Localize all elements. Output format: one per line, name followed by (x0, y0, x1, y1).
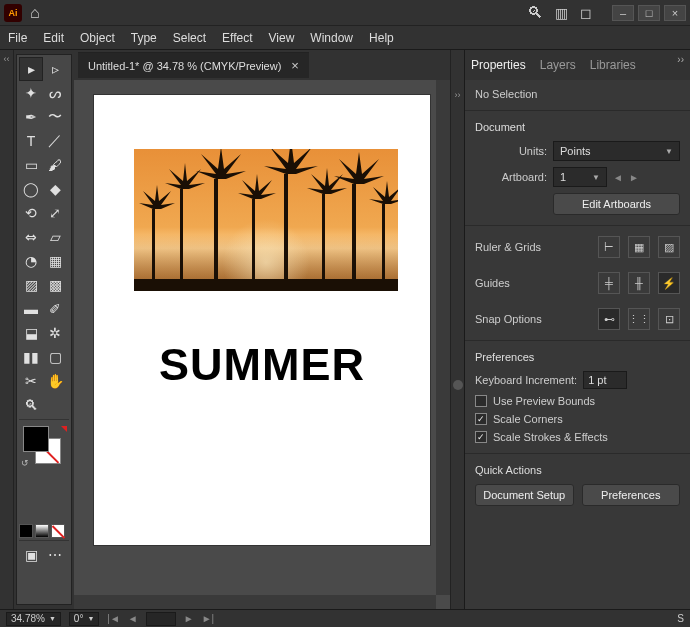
artboard-last-icon[interactable]: ►| (202, 613, 215, 624)
selection-tool[interactable]: ▸ (19, 57, 43, 81)
search-icon[interactable]: 🔍︎ (527, 4, 543, 22)
swap-fill-stroke-icon[interactable] (61, 426, 67, 432)
zoom-tool[interactable]: 🔍︎ (19, 393, 43, 417)
magic-wand-tool[interactable]: ✦ (19, 81, 43, 105)
artboard-next-button[interactable]: ► (629, 172, 639, 183)
fill-swatch[interactable] (23, 426, 49, 452)
menu-object[interactable]: Object (80, 31, 115, 45)
artboard-next-icon[interactable]: ► (184, 613, 194, 624)
snap-grid-icon[interactable]: ⋮⋮ (628, 308, 650, 330)
workspace-switcher-icon[interactable]: ▥ (555, 5, 568, 21)
column-graph-tool[interactable]: ▮▮ (19, 345, 43, 369)
menu-select[interactable]: Select (173, 31, 206, 45)
shape-builder-tool[interactable]: ◔ (19, 249, 43, 273)
symbol-sprayer-tool[interactable]: ✲ (43, 321, 67, 345)
placed-image-sunset[interactable] (134, 149, 398, 291)
free-transform-tool[interactable]: ▱ (43, 225, 67, 249)
tab-layers[interactable]: Layers (540, 58, 576, 72)
window-minimize-button[interactable]: – (612, 5, 634, 21)
keyboard-increment-input[interactable]: 1 pt (583, 371, 627, 389)
width-tool[interactable]: ⇔ (19, 225, 43, 249)
ruler-icon[interactable]: ⊢ (598, 236, 620, 258)
menu-window[interactable]: Window (310, 31, 353, 45)
artboard-prev-icon[interactable]: ◄ (128, 613, 138, 624)
grid-icon[interactable]: ▦ (628, 236, 650, 258)
menu-help[interactable]: Help (369, 31, 394, 45)
menu-edit[interactable]: Edit (43, 31, 64, 45)
artboard-nav-select[interactable] (146, 612, 176, 626)
svg-rect-5 (322, 194, 325, 291)
blend-tool[interactable]: ⬓ (19, 321, 43, 345)
preferences-button[interactable]: Preferences (582, 484, 681, 506)
color-mode-swatch[interactable] (19, 524, 33, 538)
text-object-summer[interactable]: SUMMER (134, 339, 390, 391)
horizontal-scrollbar[interactable] (74, 595, 436, 609)
screen-mode-icon[interactable]: ◻ (580, 5, 592, 21)
units-select[interactable]: Points▼ (553, 141, 680, 161)
paintbrush-tool[interactable]: 🖌 (43, 153, 67, 177)
canvas-viewport[interactable]: SUMMER (74, 80, 450, 609)
vertical-scrollbar[interactable] (436, 80, 450, 595)
fill-stroke-swatch[interactable]: ↺ (19, 422, 69, 478)
rotate-value: 0° (74, 613, 84, 624)
scale-strokes-checkbox[interactable] (475, 431, 487, 443)
shaper-tool[interactable]: ◯ (19, 177, 43, 201)
document-tab[interactable]: Untitled-1* @ 34.78 % (CMYK/Preview) × (78, 52, 309, 78)
mesh-tool[interactable]: ▩ (43, 273, 67, 297)
gradient-mode-swatch[interactable] (35, 524, 49, 538)
menu-effect[interactable]: Effect (222, 31, 252, 45)
rectangle-tool[interactable]: ▭ (19, 153, 43, 177)
perspective-grid-tool[interactable]: ▨ (19, 273, 43, 297)
snap-pixel-icon[interactable]: ⊡ (658, 308, 680, 330)
titlebar: Ai ⌂ 🔍︎ ▥ ◻ – □ × (0, 0, 690, 26)
gradient-tool[interactable]: ▬ (19, 297, 43, 321)
curvature-tool[interactable]: 〜 (43, 105, 67, 129)
window-close-button[interactable]: × (664, 5, 686, 21)
tab-properties[interactable]: Properties (471, 58, 526, 72)
home-icon[interactable]: ⌂ (30, 4, 40, 22)
menu-view[interactable]: View (269, 31, 295, 45)
live-paint-tool[interactable]: ▦ (43, 249, 67, 273)
pen-tool[interactable]: ✒ (19, 105, 43, 129)
direct-selection-tool[interactable]: ▹ (43, 57, 67, 81)
window-maximize-button[interactable]: □ (638, 5, 660, 21)
edit-artboards-button[interactable]: Edit Artboards (553, 193, 680, 215)
artboard-select[interactable]: 1▼ (553, 167, 607, 187)
rotate-select[interactable]: 0°▼ (69, 612, 100, 626)
document-setup-button[interactable]: Document Setup (475, 484, 574, 506)
scale-tool[interactable]: ⤢ (43, 201, 67, 225)
transparency-grid-icon[interactable]: ▨ (658, 236, 680, 258)
artboard-first-icon[interactable]: |◄ (107, 613, 120, 624)
svg-rect-8 (134, 279, 398, 291)
default-fill-stroke-icon[interactable]: ↺ (21, 458, 29, 468)
type-tool[interactable]: T (19, 129, 43, 153)
artboard-tool[interactable]: ▢ (43, 345, 67, 369)
menu-file[interactable]: File (8, 31, 27, 45)
menu-type[interactable]: Type (131, 31, 157, 45)
eraser-tool[interactable]: ◆ (43, 177, 67, 201)
scale-corners-checkbox[interactable] (475, 413, 487, 425)
lasso-tool[interactable]: ᔕ (43, 81, 67, 105)
slice-tool[interactable]: ✂ (19, 369, 43, 393)
smart-guides-icon[interactable]: ⚡ (658, 272, 680, 294)
use-preview-bounds-checkbox[interactable] (475, 395, 487, 407)
edit-toolbar-button[interactable]: ⋯ (43, 543, 67, 567)
line-tool[interactable]: ／ (43, 129, 67, 153)
hand-tool[interactable]: ✋ (43, 369, 67, 393)
lock-guides-icon[interactable]: ╫ (628, 272, 650, 294)
artboard[interactable]: SUMMER (93, 94, 431, 546)
section-document: Document (475, 121, 680, 133)
none-mode-swatch[interactable] (51, 524, 65, 538)
document-tab-close[interactable]: × (291, 58, 299, 73)
chevron-down-icon: ▼ (49, 615, 56, 622)
show-guides-icon[interactable]: ╪ (598, 272, 620, 294)
rail-handle-icon[interactable] (453, 380, 463, 390)
artboard-prev-button[interactable]: ◄ (613, 172, 623, 183)
panel-menu-icon[interactable]: ›› (677, 54, 684, 65)
rotate-tool[interactable]: ⟲ (19, 201, 43, 225)
screen-mode-tool[interactable]: ▣ (19, 543, 43, 567)
tab-libraries[interactable]: Libraries (590, 58, 636, 72)
snap-point-icon[interactable]: ⊷ (598, 308, 620, 330)
zoom-select[interactable]: 34.78%▼ (6, 612, 61, 626)
eyedropper-tool[interactable]: ✐ (43, 297, 67, 321)
